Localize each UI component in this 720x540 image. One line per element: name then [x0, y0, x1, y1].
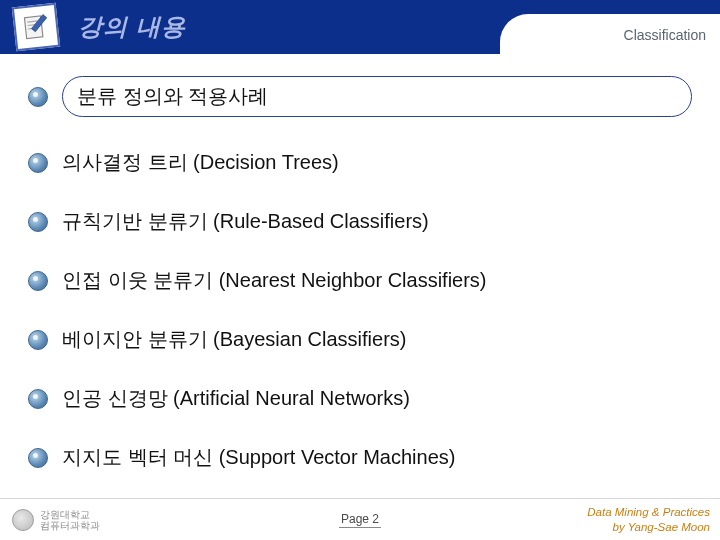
bullet-icon [28, 389, 48, 409]
header-right-tab: Classification [500, 14, 720, 56]
bullet-item: 분류 정의와 적용사례 [28, 76, 692, 117]
university-name-line1: 강원대학교 [40, 509, 100, 520]
bullet-highlight-frame: 분류 정의와 적용사례 [62, 76, 692, 117]
section-label: Classification [624, 27, 706, 43]
bullet-text: 지지도 벡터 머신 (Support Vector Machines) [62, 444, 455, 471]
bullet-item: 인접 이웃 분류기 (Nearest Neighbor Classifiers) [28, 267, 692, 294]
bullet-icon [28, 448, 48, 468]
bullet-text: 베이지안 분류기 (Bayesian Classifiers) [62, 326, 407, 353]
slide-content: 분류 정의와 적용사례 의사결정 트리 (Decision Trees) 규칙기… [0, 54, 720, 471]
bullet-text: 인공 신경망 (Artificial Neural Networks) [62, 385, 410, 412]
bullet-icon [28, 153, 48, 173]
slide-footer: 강원대학교 컴퓨터과학과 Page 2 Data Mining & Practi… [0, 498, 720, 540]
bullet-item: 규칙기반 분류기 (Rule-Based Classifiers) [28, 208, 692, 235]
pencil-note-icon [21, 12, 52, 43]
header-decorative-icon [12, 3, 60, 51]
bullet-icon [28, 212, 48, 232]
bullet-text: 규칙기반 분류기 (Rule-Based Classifiers) [62, 208, 429, 235]
credit-line2: by Yang-Sae Moon [587, 520, 710, 534]
bullet-text: 인접 이웃 분류기 (Nearest Neighbor Classifiers) [62, 267, 487, 294]
university-name: 강원대학교 컴퓨터과학과 [40, 509, 100, 531]
bullet-text: 분류 정의와 적용사례 [77, 85, 268, 107]
bullet-icon [28, 271, 48, 291]
bullet-text: 의사결정 트리 (Decision Trees) [62, 149, 339, 176]
bullet-icon [28, 87, 48, 107]
university-logo-icon [12, 509, 34, 531]
footer-credit: Data Mining & Practices by Yang-Sae Moon [587, 505, 710, 534]
bullet-item: 지지도 벡터 머신 (Support Vector Machines) [28, 444, 692, 471]
credit-line1: Data Mining & Practices [587, 505, 710, 519]
bullet-item: 베이지안 분류기 (Bayesian Classifiers) [28, 326, 692, 353]
bullet-item: 의사결정 트리 (Decision Trees) [28, 149, 692, 176]
bullet-icon [28, 330, 48, 350]
slide-title: 강의 내용 [78, 11, 186, 43]
bullet-item: 인공 신경망 (Artificial Neural Networks) [28, 385, 692, 412]
slide-header: 강의 내용 Classification [0, 0, 720, 54]
university-name-line2: 컴퓨터과학과 [40, 520, 100, 531]
page-number: Page 2 [339, 512, 381, 528]
